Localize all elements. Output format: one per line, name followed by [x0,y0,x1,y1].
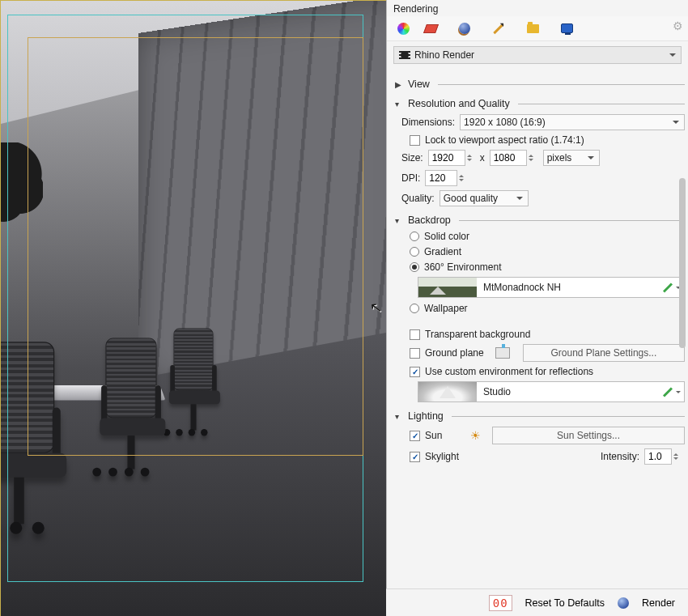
rendering-panel: Rendering ⚙ Rhino Render ▶ View ▾ Resolu… [386,0,688,616]
intensity-input[interactable] [644,448,672,465]
size-units-select[interactable]: pixels [543,150,600,166]
panel-title: Rendering [387,0,688,16]
section-backdrop-header[interactable]: ▾ Backdrop [395,215,685,226]
render-icon [618,597,629,609]
open-folder-icon[interactable] [520,19,546,38]
layers-icon[interactable] [418,19,444,38]
edit-env-icon[interactable] [663,283,673,292]
environment-icon[interactable] [452,19,478,38]
env-name: MtMonadnock NH [483,282,561,293]
lock-aspect-label: Lock to viewport aspect ratio (1.74:1) [425,134,584,146]
dimensions-label: Dimensions: [401,117,455,128]
backdrop-env-slot[interactable]: MtMonadnock NH [418,277,685,298]
quality-select[interactable]: Good quality [440,190,529,206]
skylight-checkbox[interactable] [410,452,420,462]
rhino-icon [399,50,410,60]
sun-checkbox[interactable] [410,431,420,441]
size-width-input[interactable] [428,150,465,166]
pencil-icon[interactable] [486,19,512,38]
chevron-down-icon: ▾ [395,216,403,225]
chevron-down-icon: ▾ [395,100,403,108]
reset-defaults-button[interactable]: Reset To Defaults [520,594,609,612]
dimensions-select[interactable]: 1920 x 1080 (16:9) [460,114,685,130]
width-spinner[interactable] [467,150,475,166]
dpi-label: DPI: [401,172,420,184]
backdrop-env-radio[interactable] [410,262,419,272]
chevron-down-icon [669,53,676,60]
ground-plane-icon [495,347,510,359]
backdrop-wallpaper-radio[interactable] [410,304,419,313]
chevron-right-icon: ▶ [395,80,403,89]
chevron-down-icon: ▾ [395,412,403,421]
env-thumbnail [418,278,477,297]
section-lighting-header[interactable]: ▾ Lighting [395,410,685,422]
current-renderer-select[interactable]: Rhino Render [393,46,682,64]
intensity-label: Intensity: [601,451,639,462]
ground-plane-settings-button[interactable]: Ground Plane Settings... [523,344,685,362]
lock-aspect-checkbox[interactable] [410,135,420,146]
transparent-bg-checkbox[interactable] [410,329,420,340]
cursor-icon: ↖ [369,298,384,317]
backdrop-solid-radio[interactable] [410,232,419,241]
edit-refl-env-icon[interactable] [663,387,673,397]
dpi-spinner[interactable] [459,170,467,186]
safe-frame-inner [28,37,363,456]
size-label: Size: [401,152,423,164]
render-button[interactable]: Render [637,594,680,612]
section-resq-header[interactable]: ▾ Resolution and Quality [395,98,685,109]
section-view-header[interactable]: ▶ View [395,79,685,90]
custom-refl-checkbox[interactable] [410,367,420,377]
refl-env-thumbnail [418,382,477,401]
size-height-input[interactable] [490,150,527,166]
render-window-icon[interactable] [554,19,580,38]
sun-settings-button[interactable]: Sun Settings... [492,427,685,444]
ground-plane-checkbox[interactable] [410,348,420,359]
panel-scrollbar[interactable] [676,65,687,584]
rendering-toolbar: ⚙ [387,16,688,41]
materials-icon[interactable] [390,19,416,38]
height-spinner[interactable] [529,150,537,166]
reflection-env-slot[interactable]: Studio [418,381,685,402]
renderer-name: Rhino Render [414,49,474,61]
panel-footer: 00 Reset To Defaults Render [386,588,688,616]
refl-env-name: Studio [483,386,511,397]
backdrop-gradient-radio[interactable] [410,247,419,257]
viewport[interactable]: ↖ [0,0,386,616]
render-timer: 00 [489,595,512,611]
quality-label: Quality: [401,193,435,204]
sun-icon: ☀ [470,429,481,442]
panel-options-icon[interactable]: ⚙ [673,19,683,32]
dpi-input[interactable] [425,170,457,186]
